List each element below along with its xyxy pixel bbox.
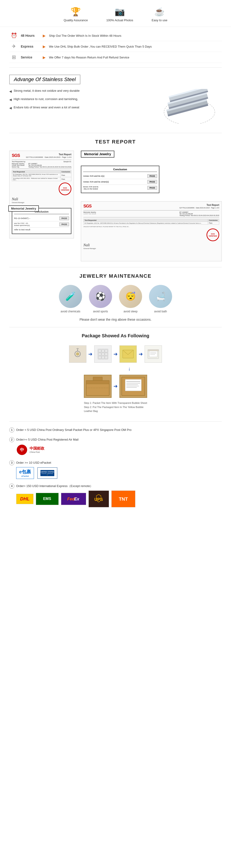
- svg-point-11: [76, 352, 79, 355]
- adv-arrow-icon-2: ◀: [9, 98, 12, 101]
- shipping-item-4: 4 Order> 150 USD International Express（E…: [9, 484, 222, 507]
- avoid-bath-circle: 🛁: [149, 285, 172, 308]
- package-title: Package Showed As Following: [9, 333, 222, 338]
- shipping-section: 1 Order < 5 USD China Post Ordinary Smal…: [0, 423, 231, 517]
- pkg-jewelry-box: [69, 345, 87, 363]
- conclusion-title-top: Conclusion: [83, 168, 157, 172]
- actual-photos-label: 100% Actual Photos: [106, 19, 133, 22]
- tnt-svg: TNT: [115, 493, 131, 505]
- adv-arrow-icon-3: ◀: [9, 106, 12, 110]
- step-notes: Step 1: Packet The Item With Transparent…: [84, 401, 147, 413]
- pkg-envelope: [120, 345, 137, 363]
- svg-text:®: ®: [47, 474, 48, 476]
- ems-logo: EMS: [36, 493, 59, 505]
- top-icons-section: 🏆 Quality Assurance 📷 100% Actual Photos…: [0, 0, 231, 27]
- steel-bars-svg: [148, 89, 217, 124]
- package-section: Package Showed As Following ➜: [0, 329, 231, 420]
- avoid-chemicals-circle: 🧪: [59, 285, 82, 308]
- shipping-desc-3: Order >= 10 USD ePacket: [16, 461, 51, 464]
- sgs-doc2-header: SGS Test ReportSZYT511/13/02899S Date:20…: [84, 204, 219, 209]
- pkg-bottom-row: ➜: [84, 375, 147, 398]
- conclusion-box-1: Conclusion RG-10-545687) – PASS ase No C…: [12, 208, 71, 234]
- shipping-text-1: 1 Order < 5 USD China Post Ordinary Smal…: [9, 427, 222, 433]
- easy-use-icon-item: ☕ Easy to use: [152, 7, 167, 22]
- envelope-svg: [122, 348, 134, 361]
- shipping-num-4: 4: [9, 484, 14, 489]
- avoid-sports-item: ⚽ avoid sports: [89, 285, 112, 313]
- sgs-doc2-footer-text: UNLESS FURTHER DETAILS, PLEASE REFER TO …: [84, 226, 219, 227]
- avoid-chemicals-label: avoid chemicals: [61, 310, 80, 313]
- pkg-arrow-2: ➜: [113, 351, 118, 357]
- step3-text: Leather Bag: [84, 410, 98, 412]
- chinapost-cn-text: 中国邮政: [30, 446, 44, 451]
- conclusion-row-top-1: Annex XVII and its n(s) PASS: [83, 173, 157, 179]
- conclusion-box-top-right: Conclusion Annex XVII and its n(s) PASS …: [81, 166, 159, 193]
- arrow-icon-1: ▶: [43, 44, 45, 49]
- step2-text: Step 2: Put The Packaged Item In The Yel…: [84, 406, 143, 408]
- pkg-top-row: ➜: [69, 345, 162, 363]
- nali-sig-2: Nali: [84, 243, 219, 247]
- chinapost-en-text: China Post: [30, 451, 44, 453]
- epacket-subtext: ePacket: [21, 475, 29, 477]
- clock-icon: ⏰: [9, 33, 19, 39]
- advantage-content: ◀ Strong metal, it does not oxidize and …: [9, 89, 222, 126]
- sgs-table-2: Test RequestedConclusion EU Regulation, …: [84, 219, 219, 224]
- conclusion-row-top-3: Annex XVII and itselry on the tested PAS…: [83, 185, 157, 191]
- chinapost-svg: 中: [16, 444, 28, 456]
- memorial-badge-left: Memorial Jewelry: [8, 206, 39, 212]
- arrow-icon-2: ▶: [43, 55, 45, 60]
- svg-text:中: 中: [20, 447, 24, 452]
- avoid-bath-label: avoid bath: [154, 310, 167, 313]
- advantage-text-2: High resistance to rust, corrosion and t…: [13, 97, 78, 101]
- pass-top-1: PASS: [147, 174, 157, 178]
- step1-text: Step 1: Packet The Item With Transparent…: [84, 402, 147, 404]
- sgs-doc1-meta: Test Requested by:Sample ID: Memorial Je…: [12, 161, 71, 168]
- sgs-doc-1: SGS Test ReportSZYT511/13/02899S Date:20…: [9, 151, 74, 239]
- pkg-arrow-1: ➜: [88, 351, 92, 357]
- chinapost-text-block: 中国邮政 China Post: [30, 446, 44, 453]
- cup-icon: ☕: [154, 7, 165, 17]
- nali-sig-1: Nali: [12, 197, 71, 201]
- dhl-logo: DHL: [16, 494, 33, 504]
- maintenance-circles: 🧪 avoid chemicals ⚽ avoid sports 😴 avoid…: [9, 285, 222, 313]
- nali-title-1: General Manager: [12, 202, 71, 203]
- epacket-text: e包裹: [19, 469, 31, 475]
- sgs-doc1-header: SGS Test ReportSZYT511/13/02899S Date:20…: [12, 153, 71, 158]
- conclusion-row-2: ase No CGC -10-tested specimen(s) PASS: [14, 221, 69, 227]
- avoid-sleep-item: 😴 avoid sleep: [119, 285, 142, 313]
- adv-arrow-icon-1: ◀: [9, 89, 12, 93]
- pass-badge-1: PASS: [59, 216, 69, 220]
- ups-logo: UPS: [89, 491, 109, 507]
- avoid-sports-label: avoid sports: [93, 310, 108, 313]
- pkg-labeled: [144, 345, 162, 363]
- feature-express-text: We Use DHL Ship Bulk Order ,You can RECE…: [49, 45, 152, 48]
- svg-rect-13: [98, 349, 108, 359]
- nali-title-2: General Manager: [84, 248, 219, 249]
- pkg-labeled-box2-inner: [120, 375, 147, 398]
- bubble-wrap-svg: [97, 348, 109, 361]
- package-layout: ➜: [9, 343, 222, 415]
- advantage-point-1: ◀ Strong metal, it does not oxidize and …: [9, 89, 143, 93]
- sgs-doc-2: SGS Test ReportSZYT511/13/02899S Date:20…: [81, 201, 222, 261]
- jewelry-svg: [71, 348, 84, 361]
- ems-svg: EMS: [40, 495, 55, 503]
- fedex-svg: Fed Ex: [65, 495, 82, 503]
- steel-image: [148, 89, 222, 126]
- feature-hours: ⏰ 48 Hours ▶ Ship Out The Order Which Is…: [9, 30, 222, 41]
- shipping-item-3: 3 Order >= 10 USD ePacket e包裹 ePacket UN…: [9, 460, 222, 479]
- conclusion-row-3: refer to test result: [14, 227, 69, 232]
- conclusion-row-top-2: Annex XVII and its cimen(s) PASS: [83, 179, 157, 185]
- svg-rect-32: [93, 377, 102, 380]
- doc-right: Memorial Jewelry Conclusion Annex XVII a…: [81, 151, 222, 261]
- svg-text:POSTAL SERVICE: POSTAL SERVICE: [41, 473, 53, 474]
- sgs-stamp-2: SGS VERIFIED: [206, 228, 219, 241]
- avoid-bath-item: 🛁 avoid bath: [149, 285, 172, 313]
- svg-text:TNT: TNT: [119, 496, 128, 502]
- advantage-title: Advange Of Stainless Steel: [9, 74, 80, 84]
- pkg-labeled-box: [144, 345, 162, 363]
- express-logos: DHL EMS Fed Ex UPS: [9, 491, 222, 507]
- chinapost-logos: 中 中国邮政 China Post: [9, 444, 222, 456]
- arrow-icon-0: ▶: [43, 33, 45, 38]
- sgs-doc2-title: Test ReportSZYT511/13/02899S Date:2015.0…: [179, 204, 219, 209]
- pkg-bubble-box: [94, 345, 111, 363]
